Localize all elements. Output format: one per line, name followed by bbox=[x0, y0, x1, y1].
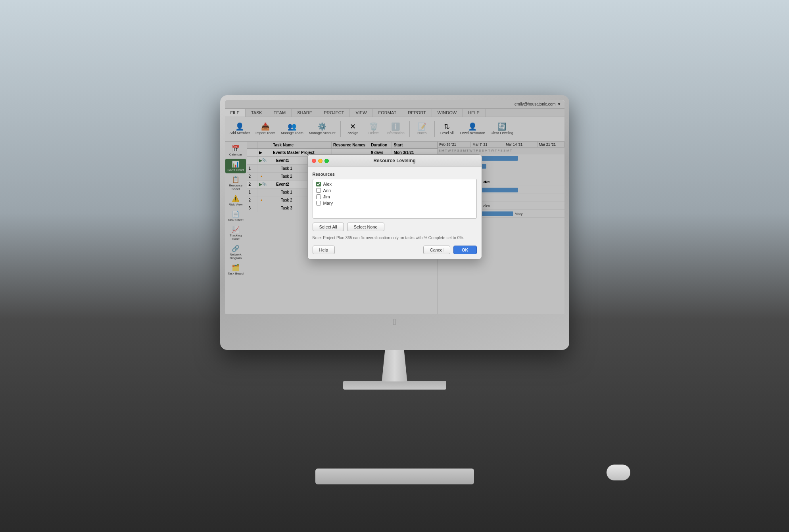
resource-list[interactable]: Alex Ann Jim bbox=[313, 179, 477, 219]
select-buttons: Select All Select None bbox=[313, 223, 477, 231]
resource-name-ann: Ann bbox=[323, 188, 331, 193]
resource-name-jim: Jim bbox=[323, 194, 330, 199]
resource-checkbox-jim[interactable] bbox=[316, 194, 321, 199]
resource-checkbox-ann[interactable] bbox=[316, 188, 321, 193]
mouse bbox=[607, 465, 630, 480]
cancel-button[interactable]: Cancel bbox=[423, 246, 450, 254]
resources-label: Resources bbox=[313, 172, 477, 177]
resource-item-ann[interactable]: Ann bbox=[315, 187, 475, 194]
resource-item-mary[interactable]: Mary bbox=[315, 200, 475, 206]
apple-logo:  bbox=[393, 317, 396, 327]
dialog-note: Note: Project Plan 365 can fix overalloc… bbox=[313, 235, 477, 241]
resource-checkbox-alex[interactable] bbox=[316, 182, 321, 186]
dialog-body: Resources Alex Ann bbox=[308, 167, 482, 259]
imac-stand-neck bbox=[379, 350, 411, 382]
dialog-action-buttons: Help Cancel OK bbox=[313, 246, 477, 254]
resource-item-jim[interactable]: Jim bbox=[315, 194, 475, 200]
select-all-button[interactable]: Select All bbox=[313, 223, 344, 231]
keyboard bbox=[315, 469, 474, 484]
imac-stand-base bbox=[343, 381, 446, 390]
minimize-button[interactable] bbox=[318, 159, 323, 163]
maximize-button[interactable] bbox=[324, 159, 329, 163]
ok-button[interactable]: OK bbox=[453, 246, 477, 254]
imac-chin:  bbox=[225, 314, 564, 330]
resource-leveling-dialog: Resource Leveling Resources Alex bbox=[307, 154, 482, 259]
dialog-overlay: Resource Leveling Resources Alex bbox=[225, 100, 564, 314]
dialog-titlebar: Resource Leveling bbox=[308, 155, 482, 167]
resource-checkbox-mary[interactable] bbox=[316, 201, 321, 206]
resource-name-mary: Mary bbox=[323, 201, 333, 206]
resource-item-alex[interactable]: Alex bbox=[315, 181, 475, 187]
close-button[interactable] bbox=[312, 159, 316, 163]
resource-name-alex: Alex bbox=[323, 182, 332, 186]
dialog-title: Resource Leveling bbox=[373, 158, 416, 163]
traffic-lights bbox=[312, 159, 329, 163]
help-button[interactable]: Help bbox=[313, 246, 335, 254]
select-none-button[interactable]: Select None bbox=[347, 223, 384, 231]
